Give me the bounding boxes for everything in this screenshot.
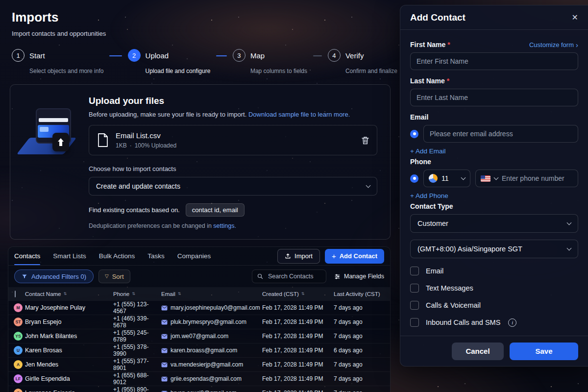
- calls-voicemail-checkbox[interactable]: [410, 301, 419, 310]
- chevron-down-icon: [567, 220, 572, 225]
- email-icon: [161, 305, 168, 311]
- contact-type-label: Contact Type: [410, 202, 453, 210]
- plus-icon: +: [332, 252, 336, 260]
- download-sample-link[interactable]: Download sample file to learn more.: [248, 111, 350, 118]
- table-row[interactable]: S Lawrence Faisario +1 (955) 890-1234 br…: [8, 386, 390, 392]
- table-row[interactable]: ST Bryan Espejo +1 (465) 339-5678 pluk.b…: [8, 315, 390, 329]
- sort-button[interactable]: ▽ Sort: [98, 270, 130, 283]
- table-row[interactable]: LF Girlle Espendida +1 (655) 688-9012 gr…: [8, 371, 390, 386]
- uploaded-file-row: Email List.csv 1KB · 100% Uploaded: [89, 125, 377, 155]
- file-size: 1KB: [116, 142, 127, 149]
- email-field[interactable]: [423, 125, 578, 143]
- search-contacts-input[interactable]: [267, 272, 321, 280]
- first-name-field[interactable]: [410, 52, 578, 70]
- phone-cell: +1 (555) 378-3990: [113, 343, 161, 357]
- contact-name-cell[interactable]: Lawrence Faisario: [25, 390, 113, 392]
- page-title: Imports: [12, 10, 400, 25]
- inbound-calls-sms-checkbox[interactable]: [410, 318, 419, 327]
- table-row[interactable]: M Mary Josephine Pulay +1 (555) 123-4567…: [8, 300, 390, 315]
- step-upload[interactable]: 2 Upload Upload file and configure: [128, 49, 211, 74]
- search-contacts-box[interactable]: [252, 270, 326, 283]
- dedupe-keys-badge[interactable]: contact id, email: [186, 203, 245, 217]
- stepper-connector: [313, 55, 322, 56]
- email-icon: [161, 319, 168, 325]
- tab-contacts[interactable]: Contacts: [14, 247, 40, 265]
- main-content: Imports Import contacts and opportunitie…: [0, 0, 400, 392]
- select-all-checkbox[interactable]: [15, 291, 16, 297]
- table-row[interactable]: YS John Mark Bilantes +1 (555) 245-6789 …: [8, 329, 390, 343]
- step-verify[interactable]: 4 Verify Confirm and finalize: [328, 49, 397, 74]
- add-contact-panel: Add Contact ✕ First Name* Customize form…: [400, 5, 588, 367]
- add-phone-link[interactable]: + Add Phone: [410, 192, 578, 199]
- column-email[interactable]: Email: [161, 291, 175, 297]
- close-icon[interactable]: ✕: [572, 13, 578, 22]
- chevron-down-icon: [366, 183, 371, 188]
- tab-companies[interactable]: Companies: [177, 247, 211, 265]
- file-name: Email List.csv: [116, 131, 176, 140]
- panel-header: Add Contact ✕: [400, 5, 588, 30]
- timezone-select[interactable]: (GMT+8:00) Asia/Singapore SGT: [410, 240, 578, 258]
- avatar: LF: [14, 374, 23, 383]
- contact-name-cell[interactable]: Bryan Espejo: [25, 318, 113, 325]
- upload-card: Upload your files Before uploading, make…: [10, 84, 391, 240]
- sort-icon: ▽: [105, 274, 109, 279]
- phone-number-field[interactable]: Enter phone number: [475, 170, 578, 187]
- step-start[interactable]: 1 Start Select objects and more info: [12, 49, 103, 74]
- last-activity-cell: 7 days ago: [334, 318, 390, 325]
- info-icon[interactable]: i: [508, 318, 516, 327]
- last-name-field[interactable]: [410, 89, 578, 106]
- sort-arrows-icon[interactable]: ⇅: [178, 292, 181, 296]
- panel-title: Add Contact: [410, 12, 466, 23]
- email-cell: griie.espendas@gmail.com: [171, 375, 242, 382]
- save-button[interactable]: Save: [510, 343, 578, 360]
- cancel-button[interactable]: Cancel: [452, 343, 504, 360]
- required-asterisk: *: [447, 41, 450, 49]
- column-contact-name[interactable]: Contact Name: [25, 291, 61, 297]
- tab-bulk-actions[interactable]: Bulk Actions: [99, 247, 135, 265]
- email-checkbox-label: Email: [426, 267, 443, 275]
- phone-primary-radio[interactable]: [410, 174, 418, 183]
- phone-type-select[interactable]: 11: [423, 170, 470, 187]
- advanced-filters-button[interactable]: Advanced Filters 0): [14, 270, 94, 283]
- contact-name-cell[interactable]: Girlle Espendida: [25, 375, 113, 382]
- import-mode-select[interactable]: Create and update contacts: [89, 177, 377, 196]
- manage-fields-button[interactable]: Manage Fields: [334, 273, 384, 280]
- contact-name-cell[interactable]: Mary Josephine Pulay: [25, 304, 113, 311]
- phone-cell: +1 (555) 245-6789: [113, 329, 161, 343]
- contacts-card: Contacts Smart Lists Bulk Actions Tasks …: [8, 246, 391, 392]
- created-cell: Feb 17, 2028 11:49 PM: [262, 333, 334, 340]
- upload-icon: [285, 253, 291, 259]
- step-map[interactable]: 3 Map Map columns to fields: [233, 49, 307, 74]
- sort-arrows-icon[interactable]: ⇅: [132, 292, 135, 296]
- pie-icon: [429, 174, 438, 183]
- import-mode-value: Create and update contacts: [96, 182, 180, 190]
- add-contact-button[interactable]: + Add Contact: [325, 249, 384, 264]
- chevron-down-icon: [494, 175, 499, 180]
- settings-link[interactable]: settings.: [213, 222, 236, 229]
- phone-cell: +1 (955) 890-1234: [113, 386, 161, 392]
- table-row[interactable]: A Jen Mendes +1 (555) 377-8901 va.mendes…: [8, 357, 390, 371]
- text-messages-checkbox-label: Text Messages: [426, 284, 473, 292]
- contact-type-select[interactable]: Customer: [410, 214, 578, 233]
- tab-tasks[interactable]: Tasks: [147, 247, 165, 265]
- step-number: 3: [233, 49, 245, 62]
- column-created[interactable]: Created (CST): [262, 291, 299, 297]
- import-stepper: 1 Start Select objects and more info 2 U…: [12, 49, 397, 74]
- email-primary-radio[interactable]: [410, 130, 418, 138]
- import-button[interactable]: Import: [277, 249, 320, 264]
- sort-arrows-icon[interactable]: ⇅: [64, 292, 67, 296]
- customize-form-link[interactable]: Customize form ›: [529, 41, 578, 49]
- sort-arrows-icon[interactable]: ⇅: [301, 292, 305, 296]
- contact-name-cell[interactable]: Jen Mendes: [25, 361, 113, 368]
- text-messages-checkbox[interactable]: [410, 284, 419, 293]
- column-phone[interactable]: Phone: [113, 291, 129, 297]
- delete-file-button[interactable]: [362, 136, 369, 145]
- step-sublabel: Map columns to fields: [250, 68, 307, 74]
- contact-name-cell[interactable]: John Mark Bilantes: [25, 333, 113, 340]
- contact-name-cell[interactable]: Karen Brosas: [25, 347, 113, 354]
- table-row[interactable]: U Karen Brosas +1 (555) 378-3990 karen.b…: [8, 343, 390, 357]
- email-checkbox[interactable]: [410, 267, 419, 275]
- add-email-link[interactable]: + Add Email: [410, 147, 578, 155]
- tab-smart-lists[interactable]: Smart Lists: [53, 247, 86, 265]
- column-last-activity[interactable]: Last Activity (CST): [334, 291, 380, 297]
